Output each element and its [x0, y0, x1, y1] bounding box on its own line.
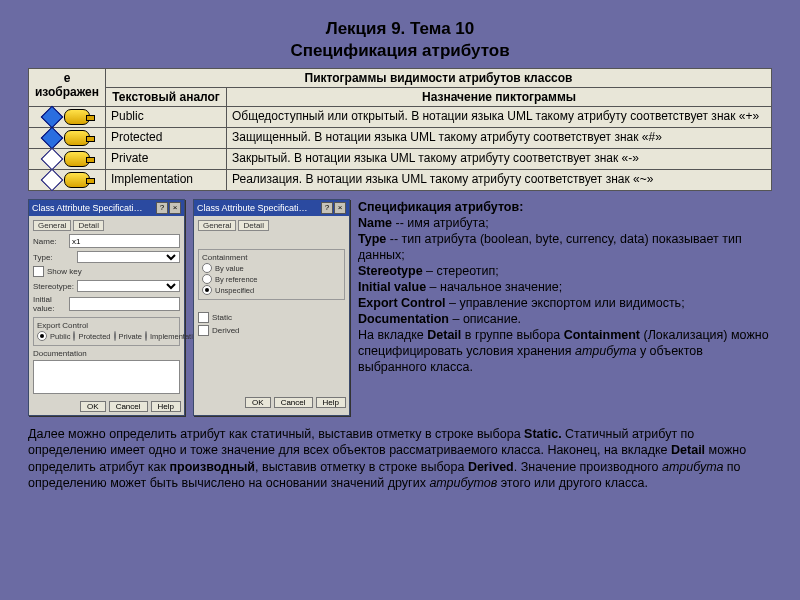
help-button[interactable]: Help: [316, 397, 346, 408]
radio[interactable]: [202, 263, 212, 273]
row-icon: [29, 170, 106, 191]
key-icon: [64, 151, 90, 167]
cancel-button[interactable]: Cancel: [274, 397, 313, 408]
type-select[interactable]: [77, 251, 180, 263]
stereo-select[interactable]: [77, 280, 180, 292]
tab-general[interactable]: General: [198, 220, 236, 231]
lbl-type: Type:: [33, 253, 77, 262]
name-field[interactable]: [69, 234, 180, 248]
radio[interactable]: [114, 331, 116, 341]
export-control-group: Export Control Public Protected Private …: [33, 317, 180, 346]
diamond-white-icon: [41, 169, 64, 192]
key-icon: [64, 172, 90, 188]
show-key-label: Show key: [47, 267, 82, 276]
dialog-title: Class Attribute Specificati…: [197, 203, 308, 213]
col-desc: Назначение пиктограммы: [227, 88, 772, 107]
init-field[interactable]: [69, 297, 180, 311]
dialog-title: Class Attribute Specificati…: [32, 203, 143, 213]
lbl-doc: Documentation: [33, 349, 180, 358]
cancel-button[interactable]: Cancel: [109, 401, 148, 412]
row-text: Implementation: [106, 170, 227, 191]
key-icon: [64, 109, 90, 125]
row-desc: Закрытый. В нотации языка UML такому атр…: [227, 149, 772, 170]
containment-group: Containment By value By reference Unspec…: [198, 249, 345, 300]
lecture-title: Лекция 9. Тема 10 Спецификация атрибутов: [28, 18, 772, 62]
row-text: Protected: [106, 128, 227, 149]
tab-detail[interactable]: Detail: [73, 220, 103, 231]
row-desc: Реализация. В нотации языка UML такому а…: [227, 170, 772, 191]
row-desc: Защищенный. В нотации языка UML такому а…: [227, 128, 772, 149]
titlebar[interactable]: Class Attribute Specificati… ?×: [29, 200, 184, 216]
radio[interactable]: [202, 274, 212, 284]
lbl-init: Initial value:: [33, 295, 69, 313]
dialog-detail: Class Attribute Specificati… ?× GeneralD…: [193, 199, 350, 416]
col-text: Текстовый аналог: [106, 88, 227, 107]
visibility-table: е изображен Пиктограммы видимости атрибу…: [28, 68, 772, 191]
table-heading: Пиктограммы видимости атрибутов классов: [106, 69, 772, 88]
dialog-general: Class Attribute Specificati… ?× GeneralD…: [28, 199, 185, 416]
spec-description: Спецификация атрибутов: Name -- имя атри…: [358, 199, 772, 416]
lbl-stereo: Stereotype:: [33, 282, 77, 291]
row-text: Public: [106, 107, 227, 128]
title-line2: Спецификация атрибутов: [290, 41, 509, 60]
titlebar[interactable]: Class Attribute Specificati… ?×: [194, 200, 349, 216]
tab-general[interactable]: General: [33, 220, 71, 231]
diamond-white-icon: [41, 148, 64, 171]
diamond-blue-icon: [41, 127, 64, 150]
row-icon: [29, 149, 106, 170]
radio[interactable]: [73, 331, 75, 341]
title-line1: Лекция 9. Тема 10: [326, 19, 475, 38]
diamond-blue-icon: [41, 106, 64, 129]
col-icon: е изображен: [29, 69, 106, 107]
lbl-name: Name:: [33, 237, 69, 246]
close-icon[interactable]: ×: [334, 202, 346, 214]
ok-button[interactable]: OK: [80, 401, 106, 412]
row-icon: [29, 128, 106, 149]
row-text: Private: [106, 149, 227, 170]
radio[interactable]: [202, 285, 212, 295]
radio[interactable]: [37, 331, 47, 341]
row-desc: Общедоступный или открытый. В нотации яз…: [227, 107, 772, 128]
help-icon[interactable]: ?: [321, 202, 333, 214]
row-icon: [29, 107, 106, 128]
help-button[interactable]: Help: [151, 401, 181, 412]
close-icon[interactable]: ×: [169, 202, 181, 214]
bottom-paragraph: Далее можно определить атрибут как стати…: [28, 426, 772, 491]
help-icon[interactable]: ?: [156, 202, 168, 214]
derived-checkbox[interactable]: [198, 325, 209, 336]
key-icon: [64, 130, 90, 146]
radio[interactable]: [145, 331, 147, 341]
doc-textarea[interactable]: [33, 360, 180, 394]
static-checkbox[interactable]: [198, 312, 209, 323]
ok-button[interactable]: OK: [245, 397, 271, 408]
tab-detail[interactable]: Detail: [238, 220, 268, 231]
checkbox[interactable]: [33, 266, 44, 277]
